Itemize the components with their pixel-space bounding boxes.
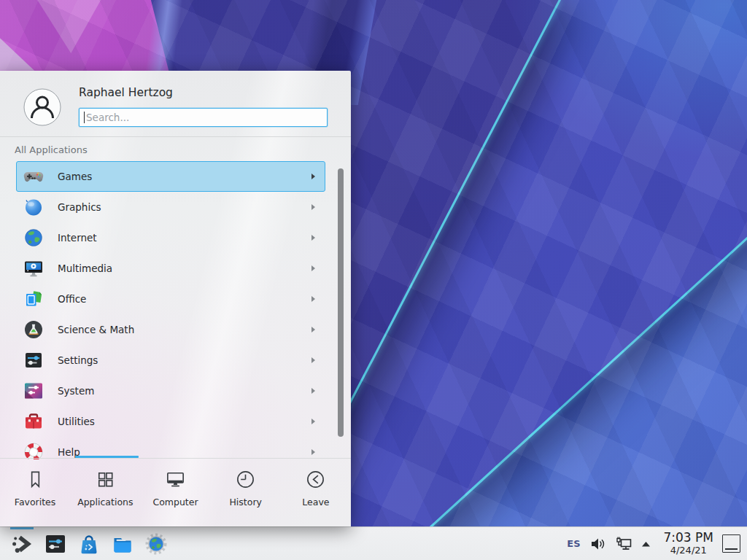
- category-label: Office: [58, 293, 86, 305]
- desktop-screen: ES: [0, 0, 747, 560]
- category-list: Games Graphics: [16, 161, 325, 459]
- submenu-arrow-icon: [311, 419, 315, 424]
- tab-computer[interactable]: Computer: [140, 459, 210, 526]
- clock-icon: [234, 468, 257, 491]
- documents-icon: [23, 289, 44, 309]
- tab-label: Leave: [302, 497, 329, 508]
- launcher-header: Raphael Hertzog: [0, 71, 351, 137]
- category-row-science-math[interactable]: Science & Math: [16, 314, 325, 345]
- computer-icon: [164, 468, 187, 491]
- volume-icon: [590, 537, 606, 551]
- kde-launcher-icon: [10, 532, 34, 556]
- submenu-arrow-icon: [311, 449, 315, 455]
- system-sliders-icon: [23, 381, 44, 401]
- category-label: System: [58, 385, 94, 397]
- submenu-arrow-icon: [311, 265, 315, 271]
- submenu-arrow-icon: [311, 174, 315, 179]
- network-button[interactable]: [615, 536, 632, 552]
- tab-label: Favorites: [15, 497, 55, 508]
- category-label: Multimedia: [58, 262, 112, 274]
- category-row-multimedia[interactable]: Multimedia: [16, 253, 325, 284]
- konqueror-globe-icon: [144, 532, 168, 556]
- category-label: Graphics: [58, 201, 101, 213]
- digital-clock[interactable]: 7:03 PM 4/24/21: [664, 532, 714, 555]
- submenu-arrow-icon: [311, 235, 315, 241]
- category-label: Science & Math: [58, 324, 134, 335]
- tab-label: Computer: [152, 497, 198, 508]
- category-label: Utilities: [58, 416, 95, 427]
- chevron-up-icon: [641, 541, 651, 547]
- discover-icon: [77, 532, 101, 556]
- tab-favorites[interactable]: Favorites: [0, 459, 70, 526]
- list-scrollbar[interactable]: [338, 168, 344, 437]
- system-settings-icon: [44, 532, 67, 556]
- submenu-arrow-icon: [311, 388, 315, 394]
- grid-icon: [94, 468, 117, 491]
- expand-tray-button[interactable]: [641, 541, 651, 547]
- submenu-arrow-icon: [311, 296, 315, 302]
- tab-history[interactable]: History: [211, 459, 281, 526]
- discover-button[interactable]: [72, 527, 106, 560]
- sphere-icon: [23, 197, 44, 217]
- leave-icon: [304, 468, 327, 491]
- toolbox-icon: [23, 411, 44, 432]
- tab-label: History: [229, 497, 261, 508]
- category-row-graphics[interactable]: Graphics: [16, 192, 325, 222]
- lifebuoy-icon: [23, 442, 44, 459]
- taskbar: ES: [0, 526, 747, 560]
- category-label: Games: [58, 171, 92, 182]
- keyboard-layout-indicator[interactable]: ES: [567, 538, 580, 549]
- clock-time: 7:03 PM: [664, 532, 714, 545]
- submenu-arrow-icon: [311, 204, 315, 210]
- sliders-icon: [23, 350, 44, 370]
- category-row-utilities[interactable]: Utilities: [16, 406, 325, 437]
- category-row-system[interactable]: System: [16, 376, 325, 406]
- submenu-arrow-icon: [311, 327, 315, 332]
- application-launcher-button[interactable]: [5, 527, 39, 560]
- tab-leave[interactable]: Leave: [281, 459, 351, 526]
- category-row-office[interactable]: Office: [16, 284, 325, 314]
- category-label: Settings: [58, 354, 98, 366]
- section-label: All Applications: [15, 144, 88, 155]
- folder-icon: [111, 532, 134, 556]
- file-manager-button[interactable]: [106, 527, 139, 560]
- system-settings-button[interactable]: [39, 527, 72, 560]
- category-row-internet[interactable]: Internet: [16, 222, 325, 253]
- tab-applications[interactable]: Applications: [70, 459, 140, 526]
- text-caret: [84, 112, 85, 123]
- show-desktop-button[interactable]: [722, 534, 740, 553]
- launcher-tabbar: Favorites Applications Computer: [0, 458, 351, 526]
- search-input[interactable]: [79, 108, 328, 127]
- konqueror-button[interactable]: [139, 527, 173, 560]
- active-task-indicator: [10, 527, 34, 529]
- taskbar-apps: [0, 527, 173, 560]
- search-field-wrap: [79, 108, 328, 127]
- clock-date: 4/24/21: [670, 545, 707, 556]
- submenu-arrow-icon: [311, 357, 315, 363]
- monitor-play-icon: [23, 258, 44, 279]
- network-icon: [615, 536, 632, 552]
- tab-label: Applications: [77, 497, 133, 508]
- category-label: Internet: [58, 232, 97, 244]
- flask-icon: [23, 319, 44, 340]
- gamepad-icon: [23, 166, 44, 187]
- user-name: Raphael Hertzog: [79, 86, 173, 99]
- category-row-help[interactable]: Help: [16, 437, 325, 459]
- application-launcher-popup: Raphael Hertzog All Applications: [0, 71, 351, 526]
- category-row-settings[interactable]: Settings: [16, 345, 325, 376]
- category-row-games[interactable]: Games: [16, 161, 325, 192]
- system-tray: ES: [567, 527, 747, 560]
- user-avatar-icon[interactable]: [23, 88, 61, 126]
- globe-icon: [23, 228, 44, 248]
- bookmark-icon: [24, 468, 47, 491]
- volume-button[interactable]: [590, 537, 606, 551]
